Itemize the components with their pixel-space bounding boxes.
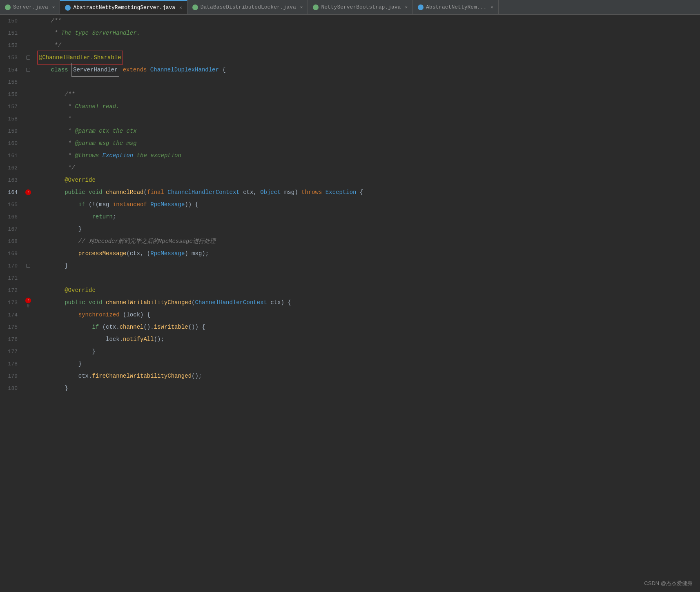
tab-abstract-netty2[interactable]: AbstractNettyRem... ✕ <box>413 0 499 15</box>
line-num-162: 162 <box>0 165 22 171</box>
code-line-169: 169 processMessage(ctx, (RpcMessage) msg… <box>0 247 700 260</box>
gutter-154 <box>22 68 34 72</box>
code-line-168: 168 // 对Decoder解码完毕之后的RpcMessage进行处理 <box>0 235 700 247</box>
gutter-icon-153 <box>26 56 30 60</box>
code-line-177: 177 } <box>0 345 700 358</box>
tab-label-database: DataBaseDistributedLocker.java <box>201 4 296 10</box>
line-num-167: 167 <box>0 226 22 232</box>
code-content-175: if (ctx.channel().isWritable()) { <box>34 321 700 333</box>
code-line-179: 179 ctx.fireChannelWritabilityChanged(); <box>0 370 700 382</box>
tab-database[interactable]: DataBaseDistributedLocker.java ✕ <box>187 0 308 15</box>
code-content-164: public void channelRead(final ChannelHan… <box>34 186 700 198</box>
code-content-158: * <box>34 113 700 125</box>
line-num-169: 169 <box>0 251 22 257</box>
line-num-158: 158 <box>0 116 22 122</box>
line-num-166: 166 <box>0 214 22 220</box>
code-line-172: 172 @Override <box>0 284 700 296</box>
line-num-153: 153 <box>0 55 22 61</box>
code-content-153: @ChannelHandler.Sharable <box>34 51 700 65</box>
line-num-173: 173 <box>0 300 22 306</box>
editor: 150 /** 151 * The type ServerHandler. 15… <box>0 15 700 592</box>
tab-close-netty-bootstrap[interactable]: ✕ <box>405 4 408 10</box>
gutter-173: ↑ @ <box>22 298 34 308</box>
code-content-166: return; <box>34 211 700 223</box>
code-line-154: 154 class ServerHandler extends ChannelD… <box>0 64 700 76</box>
code-line-173: 173 ↑ @ public void channelWritabilityCh… <box>0 296 700 309</box>
code-line-166: 166 return; <box>0 211 700 223</box>
code-content-173: public void channelWritabilityChanged(Ch… <box>34 296 700 309</box>
line-num-163: 163 <box>0 177 22 183</box>
line-num-174: 174 <box>0 312 22 318</box>
tab-abstract-netty[interactable]: AbstractNettyRemotingServer.java ✕ <box>60 0 187 15</box>
code-line-178: 178 } <box>0 358 700 370</box>
code-content-180: } <box>34 382 700 394</box>
code-line-171: 171 <box>0 272 700 284</box>
tab-icon-database <box>192 4 198 10</box>
gutter-164: ↑ <box>22 189 34 195</box>
code-content-161: * @throws Exception the exception <box>34 149 700 162</box>
tab-server[interactable]: Server.java ✕ <box>0 0 60 15</box>
line-num-154: 154 <box>0 67 22 73</box>
line-num-170: 170 <box>0 263 22 269</box>
gutter-icon-154 <box>26 68 30 72</box>
gutter-153 <box>22 56 34 60</box>
tab-icon-netty-bootstrap <box>313 4 319 10</box>
line-num-178: 178 <box>0 361 22 367</box>
line-num-161: 161 <box>0 153 22 159</box>
code-line-158: 158 * <box>0 113 700 125</box>
tab-close-abstract-netty2[interactable]: ✕ <box>490 4 493 10</box>
code-content-159: * @param ctx the ctx <box>34 125 700 137</box>
tab-close-server[interactable]: ✕ <box>52 4 55 10</box>
tab-label-abstract-netty: AbstractNettyRemotingServer.java <box>73 4 175 11</box>
line-num-164: 164 <box>0 189 22 196</box>
tab-netty-bootstrap[interactable]: NettyServerBootstrap.java ✕ <box>308 0 413 15</box>
tab-label-netty-bootstrap: NettyServerBootstrap.java <box>321 4 401 10</box>
annotation-channel-handler: @ChannelHandler.Sharable <box>37 51 123 65</box>
line-num-155: 155 <box>0 79 22 85</box>
code-line-157: 157 * Channel read. <box>0 100 700 113</box>
code-line-156: 156 /** <box>0 88 700 100</box>
code-line-174: 174 synchronized (lock) { <box>0 309 700 321</box>
code-content-152: */ <box>34 39 700 51</box>
code-line-170: 170 } <box>0 260 700 272</box>
gutter-arrow-164: ↑ <box>25 189 31 195</box>
tab-label-server: Server.java <box>13 4 48 10</box>
line-num-156: 156 <box>0 91 22 98</box>
line-num-152: 152 <box>0 42 22 49</box>
code-content-179: ctx.fireChannelWritabilityChanged(); <box>34 370 700 382</box>
code-content-150: /** <box>34 15 700 27</box>
line-num-180: 180 <box>0 385 22 392</box>
line-num-176: 176 <box>0 336 22 343</box>
line-num-179: 179 <box>0 373 22 379</box>
tab-icon-abstract-netty <box>65 5 71 11</box>
line-num-157: 157 <box>0 104 22 110</box>
tab-close-abstract-netty[interactable]: ✕ <box>179 5 182 10</box>
code-line-175: 175 if (ctx.channel().isWritable()) { <box>0 321 700 333</box>
line-num-177: 177 <box>0 349 22 355</box>
code-line-163: 163 @Override <box>0 174 700 186</box>
code-area[interactable]: 150 /** 151 * The type ServerHandler. 15… <box>0 15 700 592</box>
code-content-157: * Channel read. <box>34 100 700 113</box>
code-content-162: */ <box>34 162 700 174</box>
code-content-174: synchronized (lock) { <box>34 309 700 321</box>
tab-close-database[interactable]: ✕ <box>300 4 303 10</box>
code-content-176: lock.notifyAll(); <box>34 333 700 345</box>
line-num-151: 151 <box>0 30 22 36</box>
code-content-172: @Override <box>34 284 700 296</box>
line-num-165: 165 <box>0 202 22 208</box>
code-line-159: 159 * @param ctx the ctx <box>0 125 700 137</box>
gutter-icon-170 <box>26 264 30 268</box>
line-num-160: 160 <box>0 140 22 147</box>
code-content-169: processMessage(ctx, (RpcMessage) msg); <box>34 247 700 260</box>
code-content-170: } <box>34 260 700 272</box>
code-line-180: 180 } <box>0 382 700 394</box>
code-content-151: * The type ServerHandler. <box>34 27 700 39</box>
code-line-165: 165 if (!(msg instanceof RpcMessage)) { <box>0 198 700 211</box>
code-line-155: 155 <box>0 76 700 88</box>
line-num-171: 171 <box>0 275 22 281</box>
code-line-167: 167 } <box>0 223 700 235</box>
line-num-159: 159 <box>0 128 22 134</box>
code-line-151: 151 * The type ServerHandler. <box>0 27 700 39</box>
code-content-163: @Override <box>34 174 700 186</box>
tab-bar: Server.java ✕ AbstractNettyRemotingServe… <box>0 0 700 15</box>
